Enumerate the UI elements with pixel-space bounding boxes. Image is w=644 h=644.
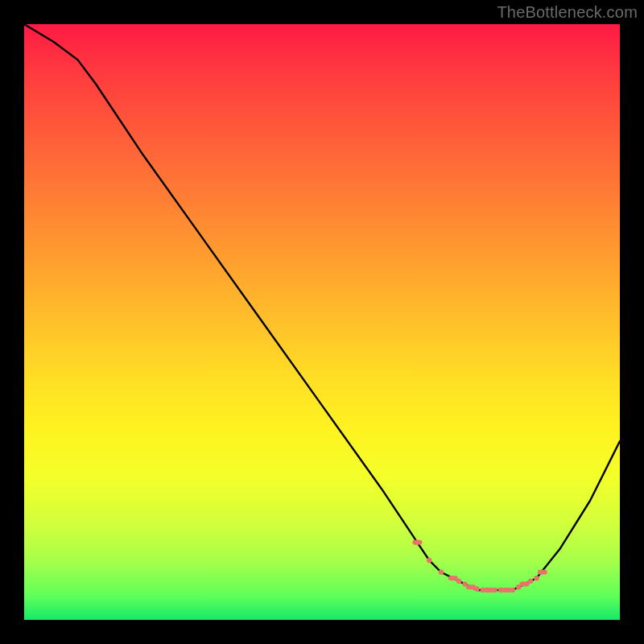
marker-dot (439, 570, 444, 575)
marker-dot (492, 588, 497, 592)
optimal-range-dots (412, 540, 547, 592)
marker-dot (456, 579, 461, 584)
bottleneck-curve (24, 24, 620, 590)
marker-dot (466, 584, 476, 589)
watermark-text: TheBottleneck.com (497, 3, 638, 22)
marker-dot (412, 540, 422, 545)
marker-dot (448, 576, 458, 580)
plot-area (24, 24, 620, 620)
marker-dot (520, 582, 530, 587)
marker-dot (474, 586, 479, 591)
marker-dot (534, 576, 539, 580)
marker-dot (427, 558, 431, 563)
marker-dot (538, 570, 547, 575)
marker-dot (528, 579, 533, 584)
chart-frame: TheBottleneck.com (0, 0, 644, 644)
curve-svg (24, 24, 620, 620)
marker-dot (510, 588, 515, 592)
